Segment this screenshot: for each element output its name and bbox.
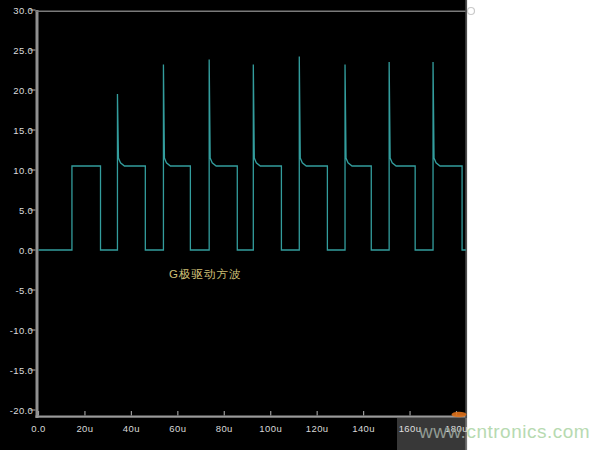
y-tick-label: -5.0 (3, 285, 33, 296)
waveform-plot-window: 30.025.020.015.010.05.00.0-5.0-10.0-15.0… (0, 0, 600, 450)
chart-layer (0, 0, 600, 450)
y-tick-label: 0.0 (3, 245, 33, 256)
x-tick-label: 120u (295, 423, 339, 434)
logo-orange-dot (452, 412, 467, 418)
x-tick-label: 80u (202, 423, 246, 434)
x-tick-label: 0.0 (17, 423, 61, 434)
y-tick-label: 20.0 (3, 85, 33, 96)
y-axis-line (36, 10, 39, 418)
x-tick-label: 40u (109, 423, 153, 434)
y-tick-label: -15.0 (3, 365, 33, 376)
y-tick-label: -10.0 (3, 325, 33, 336)
watermark-www: www. (419, 421, 466, 442)
curl-artifact (468, 8, 475, 15)
y-tick-label: 10.0 (3, 165, 33, 176)
x-tick-label: 20u (63, 423, 107, 434)
x-tick-label: 140u (342, 423, 386, 434)
plot-frame-right (465, 0, 467, 450)
trace-annotation: G极驱动方波 (169, 267, 241, 282)
plot-frame-top (36, 11, 467, 13)
watermark-domain: cntronics.com (466, 421, 590, 442)
y-tick-label: -20.0 (3, 405, 33, 416)
y-tick-label: 25.0 (3, 45, 33, 56)
y-tick-label: 15.0 (3, 125, 33, 136)
x-tick-label: 100u (249, 423, 293, 434)
waveform-trace (39, 56, 466, 250)
y-tick-label: 5.0 (3, 205, 33, 216)
y-tick-label: 30.0 (3, 5, 33, 16)
watermark: www.cntronics.com (419, 421, 590, 443)
x-tick-label: 60u (156, 423, 200, 434)
